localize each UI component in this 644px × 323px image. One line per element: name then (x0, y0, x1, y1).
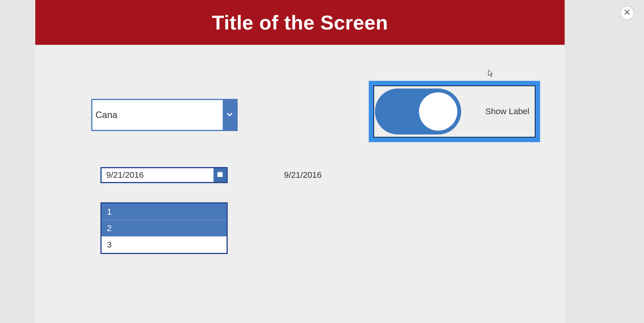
close-button[interactable] (621, 7, 633, 19)
list-item[interactable]: 2 (102, 220, 227, 236)
page-title: Title of the Screen (212, 11, 388, 34)
date-picker-button[interactable] (214, 168, 227, 182)
date-picker[interactable]: 9/21/2016 (100, 167, 228, 183)
dropdown-chevron-button[interactable] (223, 100, 237, 130)
header-bar: Title of the Screen (35, 0, 565, 45)
show-label-toggle[interactable] (375, 89, 461, 134)
toggle-knob (419, 92, 457, 131)
calendar-icon (217, 171, 223, 179)
date-picker-value: 9/21/2016 (102, 168, 214, 182)
date-display-label: 9/21/2016 (284, 170, 322, 180)
close-icon (624, 10, 630, 16)
svg-rect-2 (219, 172, 219, 173)
chevron-down-icon (225, 110, 234, 120)
toggle-focus-frame: Show Label (369, 81, 540, 142)
toggle-label: Show Label (485, 107, 529, 116)
dropdown-value: Cana (92, 100, 223, 130)
svg-rect-3 (221, 172, 222, 173)
number-listbox[interactable]: 1 2 3 (100, 202, 228, 254)
country-dropdown[interactable]: Cana (91, 99, 238, 131)
app-page: Title of the Screen Cana Show Label 9/21… (35, 0, 565, 323)
list-item[interactable]: 3 (102, 236, 227, 253)
list-item[interactable]: 1 (102, 203, 227, 220)
svg-rect-1 (217, 172, 223, 174)
toggle-container: Show Label (373, 85, 536, 138)
